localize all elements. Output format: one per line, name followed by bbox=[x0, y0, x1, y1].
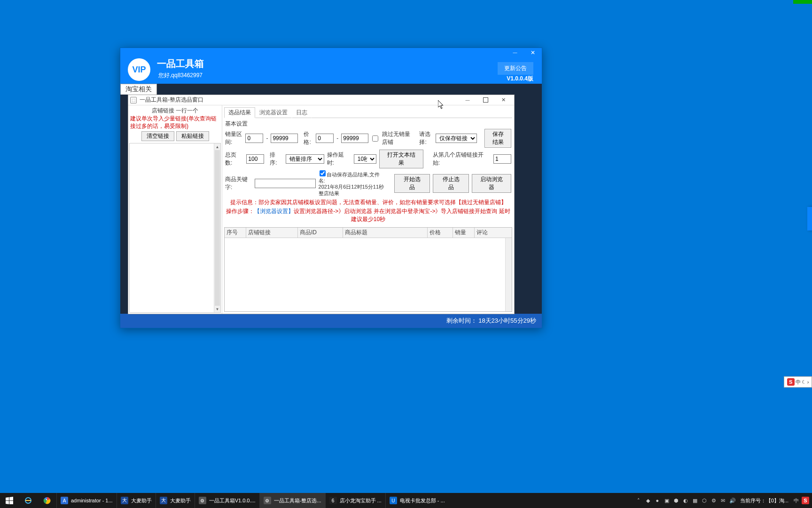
sort-select[interactable]: 销量排序 bbox=[286, 154, 324, 164]
tab-browser-settings[interactable]: 浏览器设置 bbox=[255, 107, 292, 118]
table-body bbox=[225, 238, 512, 311]
child-maximize-button[interactable] bbox=[476, 95, 494, 105]
tray-icon[interactable]: ⬢ bbox=[672, 497, 680, 504]
taskbar-item-label: 一品工具箱V1.0.0.... bbox=[209, 497, 256, 504]
right-pane: 选品结果 浏览器设置 日志 基本设置 销量区间: - 价格: bbox=[222, 105, 514, 314]
taskbar-item[interactable]: 6店小龙淘宝助手 ... bbox=[325, 493, 385, 508]
taskbar-item-label: 店小龙淘宝助手 ... bbox=[340, 497, 382, 504]
parent-close-button[interactable] bbox=[524, 48, 542, 57]
update-announcement-button[interactable]: 更新公告 bbox=[498, 62, 533, 75]
price-max-input[interactable] bbox=[341, 134, 368, 143]
shop-link-label: 店铺链接 一行一个 bbox=[130, 106, 220, 115]
save-result-button[interactable]: 保存结果 bbox=[484, 129, 511, 148]
please-select-label: 请选择: bbox=[419, 130, 433, 146]
child-titlebar[interactable]: ⬚ 一品工具箱-整店选品窗口 bbox=[128, 95, 514, 105]
dash-icon: - bbox=[266, 135, 268, 142]
parent-minimize-button[interactable] bbox=[506, 48, 524, 57]
sales-min-input[interactable] bbox=[245, 134, 263, 143]
version-label: V1.0.0.4版 bbox=[507, 75, 533, 83]
sort-label: 排序: bbox=[270, 151, 282, 167]
gear-icon: ⚙ bbox=[264, 497, 271, 504]
ime-floating-panel[interactable]: S 中 ☾ › bbox=[784, 376, 812, 388]
background-window-edge[interactable] bbox=[807, 207, 812, 230]
start-button[interactable] bbox=[0, 493, 19, 508]
app-icon: 大 bbox=[160, 497, 167, 504]
taskbar-item-label: 大麦助手 bbox=[170, 497, 191, 504]
save-mode-select[interactable]: 仅保存链接 bbox=[436, 134, 477, 143]
delay-label: 操作延时: bbox=[327, 151, 351, 167]
taskbar-item[interactable]: ⚙一品工具箱V1.0.0.... bbox=[195, 493, 259, 508]
basic-settings-label: 基本设置 bbox=[225, 120, 511, 128]
tray-icon[interactable]: 🔊 bbox=[729, 497, 736, 504]
left-pane: 店铺链接 一行一个 建议单次导入少量链接(单次查询链接过多的话，易受限制) 清空… bbox=[128, 105, 222, 314]
tray-icon[interactable]: ▦ bbox=[691, 497, 699, 504]
system-tray[interactable]: ˄ ◆ ● ▣ ⬢ ◐ ▦ ⬡ ⚙ ✉ 🔊 当前序号：【0】淘... 中 S bbox=[632, 497, 812, 504]
user-greeting: 您好,qq83462997 bbox=[157, 71, 204, 79]
seller-template-hint: 提示信息：部分卖家因其店铺模板设置问题，无法查看销量、评价，如您有销量要求可选择… bbox=[225, 198, 511, 207]
taskbar-item[interactable]: 大大麦助手 bbox=[117, 493, 156, 508]
scroll-up-icon[interactable]: ▲ bbox=[214, 143, 220, 150]
taskbar-item[interactable]: Aadministrator - 1... bbox=[56, 493, 117, 508]
taskbar[interactable]: Aadministrator - 1... 大大麦助手 大大麦助手 ⚙一品工具箱… bbox=[0, 493, 812, 508]
total-pages-label: 总页数: bbox=[225, 151, 243, 167]
links-scrollbar[interactable]: ▲ ▼ bbox=[214, 143, 220, 312]
child-title: 一品工具箱-整店选品窗口 bbox=[140, 96, 203, 104]
ie-icon bbox=[24, 497, 32, 504]
taskbar-item-label: 电视卡批发总部 - ... bbox=[400, 497, 445, 504]
tray-icon[interactable]: ✉ bbox=[719, 497, 727, 504]
right-tabs: 选品结果 浏览器设置 日志 bbox=[224, 107, 512, 118]
keyword-input[interactable] bbox=[255, 179, 316, 188]
autosave-filename: 2021年8月6日12时15分11秒整店结果 bbox=[319, 184, 386, 196]
scroll-down-icon[interactable]: ▼ bbox=[214, 306, 220, 312]
tray-icon[interactable]: ▣ bbox=[663, 497, 671, 504]
tray-icon[interactable]: ⬡ bbox=[701, 497, 708, 504]
system-menu-icon[interactable]: ⬚ bbox=[130, 97, 137, 103]
tab-results[interactable]: 选品结果 bbox=[224, 107, 255, 118]
col-item-title: 商品标题 bbox=[343, 228, 428, 238]
total-pages-input[interactable] bbox=[246, 154, 264, 164]
parent-titlebar[interactable] bbox=[120, 48, 542, 57]
product-picker-dialog: ⬚ 一品工具箱-整店选品窗口 店铺链接 一行一个 建议单次导入少量链接(单次查询… bbox=[128, 95, 515, 314]
remaining-time: 剩余时间： 18天23小时55分29秒 bbox=[446, 317, 536, 325]
skip-no-sales-checkbox[interactable] bbox=[372, 135, 378, 142]
start-index-input[interactable] bbox=[493, 154, 511, 164]
ime-indicator[interactable]: 中 bbox=[792, 497, 800, 504]
app-title: 一品工具箱 bbox=[157, 57, 204, 70]
vip-badge: VIP bbox=[128, 58, 150, 81]
col-price: 价格 bbox=[428, 228, 453, 238]
clear-links-button[interactable]: 清空链接 bbox=[141, 131, 174, 141]
sogou-tray-icon[interactable]: S bbox=[802, 497, 809, 504]
start-picking-button[interactable]: 开始选品 bbox=[394, 174, 430, 193]
taskbar-item-active[interactable]: ⚙一品工具箱-整店选... bbox=[259, 493, 325, 508]
launch-browser-button[interactable]: 启动浏览器 bbox=[472, 174, 511, 193]
sogou-icon: S bbox=[787, 378, 795, 386]
stop-picking-button[interactable]: 停止选品 bbox=[433, 174, 469, 193]
autosave-checkbox[interactable] bbox=[320, 170, 326, 176]
keyword-label: 商品关键字: bbox=[225, 175, 252, 191]
sales-range-label: 销量区间: bbox=[225, 130, 242, 146]
price-label: 价格: bbox=[304, 130, 313, 146]
open-text-result-button[interactable]: 打开文本结果 bbox=[379, 150, 423, 168]
ie-button[interactable] bbox=[19, 493, 38, 508]
app-icon: U bbox=[390, 497, 397, 504]
sales-max-input[interactable] bbox=[271, 134, 298, 143]
price-min-input[interactable] bbox=[316, 134, 334, 143]
child-minimize-button[interactable] bbox=[459, 95, 476, 105]
child-close-button[interactable] bbox=[494, 95, 512, 105]
tray-icon[interactable]: ◐ bbox=[682, 497, 689, 504]
paste-links-button[interactable]: 粘贴链接 bbox=[176, 131, 209, 141]
delay-select[interactable]: 10秒 bbox=[354, 154, 376, 164]
tray-icon[interactable]: ◆ bbox=[644, 497, 652, 504]
tab-log[interactable]: 日志 bbox=[292, 107, 312, 118]
taskbar-item[interactable]: 大大麦助手 bbox=[156, 493, 195, 508]
links-textarea[interactable]: 人 人 人 主 1 拼 淘 ▲ bbox=[129, 143, 221, 313]
chrome-icon bbox=[43, 497, 51, 504]
tray-icon[interactable]: ● bbox=[654, 497, 661, 504]
table-scrollbar[interactable] bbox=[505, 238, 512, 311]
taskbar-item[interactable]: U电视卡批发总部 - ... bbox=[385, 493, 449, 508]
tray-up-icon[interactable]: ˄ bbox=[635, 497, 642, 504]
tray-icon[interactable]: ⚙ bbox=[710, 497, 718, 504]
tab-taobao[interactable]: 淘宝相关 bbox=[120, 84, 157, 95]
result-table[interactable]: 序号 店铺链接 商品ID 商品标题 价格 销量 评论 bbox=[224, 227, 512, 312]
chrome-button[interactable] bbox=[38, 493, 56, 508]
